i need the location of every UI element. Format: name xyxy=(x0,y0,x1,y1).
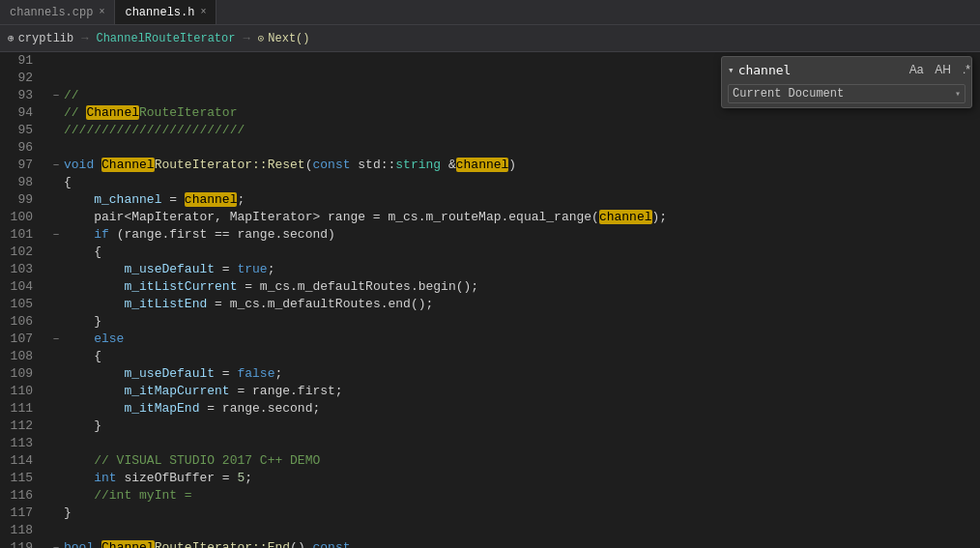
lib-name: cryptlib xyxy=(18,32,74,45)
code-lines: 919293−//94// ChannelRouteIterator95////… xyxy=(0,52,980,548)
class-name[interactable]: ChannelRouteIterator xyxy=(96,32,235,45)
scope-label: Current Document xyxy=(733,87,844,101)
collapse-icon[interactable]: − xyxy=(48,157,64,174)
table-row: 97−void ChannelRouteIterator::Reset(cons… xyxy=(0,157,980,174)
line-content: m_itListCurrent = m_cs.m_defaultRoutes.b… xyxy=(64,278,980,296)
line-content: m_itMapCurrent = range.first; xyxy=(64,383,980,400)
main-area: ▾ Aa AH .* × ← → Current Document ▾ 9192… xyxy=(0,52,980,548)
table-row: 98{ xyxy=(0,174,980,191)
line-content: } xyxy=(64,418,980,435)
line-number: 91 xyxy=(0,52,48,70)
line-number: 105 xyxy=(0,296,48,313)
line-number: 94 xyxy=(0,104,48,122)
line-content: else xyxy=(64,331,980,348)
table-row: 110 m_itMapCurrent = range.first; xyxy=(0,383,980,400)
line-number: 96 xyxy=(0,139,48,157)
tab-label: channels.h xyxy=(125,6,194,19)
method-icon: ⊙ xyxy=(258,32,265,44)
tab-channels-cpp[interactable]: channels.cpp × xyxy=(0,0,115,24)
table-row: 108 { xyxy=(0,348,980,365)
collapse-icon[interactable]: − xyxy=(48,331,64,348)
line-number: 112 xyxy=(0,418,48,435)
line-number: 117 xyxy=(0,505,48,522)
line-content: //int myInt = xyxy=(64,487,980,505)
table-row: 114 // VISUAL STUDIO 2017 C++ DEMO xyxy=(0,452,980,470)
separator1: → xyxy=(81,32,88,45)
line-number: 106 xyxy=(0,313,48,331)
table-row: 100 pair<MapIterator, MapIterator> range… xyxy=(0,209,980,226)
collapse-icon[interactable]: − xyxy=(48,226,64,244)
table-row: 105 m_itListEnd = m_cs.m_defaultRoutes.e… xyxy=(0,296,980,313)
collapse-icon[interactable]: − xyxy=(48,87,64,104)
line-number: 98 xyxy=(0,174,48,191)
code-scroll[interactable]: 919293−//94// ChannelRouteIterator95////… xyxy=(0,52,980,548)
search-match-case-btn[interactable]: Aa xyxy=(906,61,928,78)
table-row: 101− if (range.first == range.second) xyxy=(0,226,980,244)
tab-channels-h[interactable]: channels.h × xyxy=(115,0,216,24)
tab-label: channels.cpp xyxy=(10,6,93,19)
line-number: 102 xyxy=(0,244,48,261)
tab-close-cpp[interactable]: × xyxy=(99,7,104,17)
table-row: 112 } xyxy=(0,418,980,435)
line-number: 109 xyxy=(0,365,48,383)
line-number: 103 xyxy=(0,261,48,278)
line-number: 113 xyxy=(0,435,48,452)
table-row: 106 } xyxy=(0,313,980,331)
line-number: 99 xyxy=(0,191,48,209)
scope-arrow-icon: ▾ xyxy=(955,88,961,100)
line-content: m_itListEnd = m_cs.m_defaultRoutes.end()… xyxy=(64,296,980,313)
search-scope-dropdown[interactable]: Current Document ▾ xyxy=(728,84,966,103)
table-row: 107− else xyxy=(0,331,980,348)
table-row: 99 m_channel = channel; xyxy=(0,191,980,209)
search-input[interactable] xyxy=(738,63,902,77)
line-number: 104 xyxy=(0,278,48,296)
line-content: { xyxy=(64,244,980,261)
table-row: 119−bool ChannelRouteIterator::End() con… xyxy=(0,539,980,548)
table-row: 115 int sizeOfBuffer = 5; xyxy=(0,470,980,487)
table-row: 113 xyxy=(0,435,980,452)
line-content: //////////////////////// xyxy=(64,122,980,139)
line-content: pair<MapIterator, MapIterator> range = m… xyxy=(64,209,980,226)
line-number: 101 xyxy=(0,226,48,244)
line-content: { xyxy=(64,174,980,191)
table-row: 117} xyxy=(0,505,980,522)
table-row: 104 m_itListCurrent = m_cs.m_defaultRout… xyxy=(0,278,980,296)
search-box: ▾ Aa AH .* × ← → Current Document ▾ xyxy=(721,56,972,108)
line-content: // VISUAL STUDIO 2017 C++ DEMO xyxy=(64,452,980,470)
line-number: 111 xyxy=(0,400,48,418)
table-row: 102 { xyxy=(0,244,980,261)
search-whole-word-btn[interactable]: AH xyxy=(931,61,955,78)
line-content: int sizeOfBuffer = 5; xyxy=(64,470,980,487)
table-row: 111 m_itMapEnd = range.second; xyxy=(0,400,980,418)
search-regex-btn[interactable]: .* xyxy=(959,61,974,78)
tab-close-h[interactable]: × xyxy=(200,7,206,17)
table-row: 109 m_useDefault = false; xyxy=(0,365,980,383)
table-row: 118 xyxy=(0,522,980,539)
code-area: ▾ Aa AH .* × ← → Current Document ▾ 9192… xyxy=(0,52,980,548)
line-number: 116 xyxy=(0,487,48,505)
line-number: 110 xyxy=(0,383,48,400)
line-content: bool ChannelRouteIterator::End() const xyxy=(64,539,980,548)
line-content: m_useDefault = false; xyxy=(64,365,980,383)
search-row: ▾ Aa AH .* × ← → xyxy=(722,57,971,82)
line-content: { xyxy=(64,348,980,365)
line-number: 114 xyxy=(0,452,48,470)
line-content: void ChannelRouteIterator::Reset(const s… xyxy=(64,157,980,174)
line-content: } xyxy=(64,505,980,522)
toolbar: ⊕ cryptlib → ChannelRouteIterator → ⊙ Ne… xyxy=(0,25,980,52)
search-scope-row: Current Document ▾ xyxy=(722,82,971,107)
table-row: 116 //int myInt = xyxy=(0,487,980,505)
line-number: 92 xyxy=(0,70,48,87)
collapse-icon[interactable]: − xyxy=(48,539,64,548)
method-name[interactable]: Next() xyxy=(268,32,309,45)
line-number: 119 xyxy=(0,539,48,548)
line-number: 95 xyxy=(0,122,48,139)
line-number: 93 xyxy=(0,87,48,104)
tab-bar: channels.cpp × channels.h × xyxy=(0,0,980,25)
line-content: m_useDefault = true; xyxy=(64,261,980,278)
line-number: 115 xyxy=(0,470,48,487)
table-row: 103 m_useDefault = true; xyxy=(0,261,980,278)
search-expand-btn[interactable]: ▾ xyxy=(728,64,735,76)
line-number: 107 xyxy=(0,331,48,348)
line-number: 100 xyxy=(0,209,48,226)
